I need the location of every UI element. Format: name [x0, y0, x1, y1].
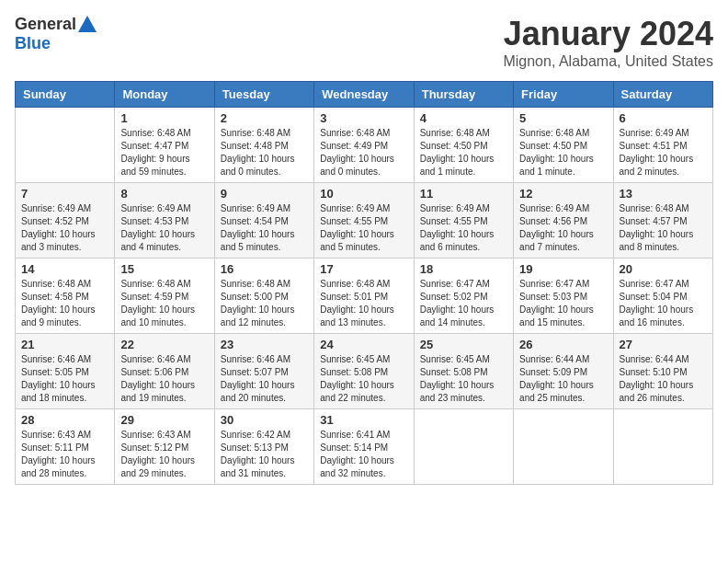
calendar-cell: 19Sunrise: 6:47 AM Sunset: 5:03 PM Dayli…: [514, 259, 613, 334]
calendar-cell: 4Sunrise: 6:48 AM Sunset: 4:50 PM Daylig…: [414, 108, 513, 183]
calendar-cell: 13Sunrise: 6:48 AM Sunset: 4:57 PM Dayli…: [613, 183, 712, 259]
day-number: 13: [620, 187, 707, 201]
logo-triangle-icon: [78, 16, 97, 32]
day-number: 17: [320, 262, 407, 276]
day-info: Sunrise: 6:48 AM Sunset: 5:00 PM Dayligh…: [221, 278, 308, 329]
day-info: Sunrise: 6:46 AM Sunset: 5:05 PM Dayligh…: [21, 353, 108, 405]
day-info: Sunrise: 6:48 AM Sunset: 4:59 PM Dayligh…: [120, 278, 208, 329]
day-info: Sunrise: 6:46 AM Sunset: 5:06 PM Dayligh…: [120, 353, 208, 405]
day-number: 10: [320, 187, 407, 201]
calendar-cell: 17Sunrise: 6:48 AM Sunset: 5:01 PM Dayli…: [314, 259, 414, 334]
calendar-cell: 24Sunrise: 6:45 AM Sunset: 5:08 PM Dayli…: [314, 334, 414, 409]
calendar-table: SundayMondayTuesdayWednesdayThursdayFrid…: [15, 81, 713, 485]
calendar-cell: 28Sunrise: 6:43 AM Sunset: 5:11 PM Dayli…: [16, 409, 115, 485]
day-number: 5: [519, 111, 607, 125]
day-info: Sunrise: 6:48 AM Sunset: 4:50 PM Dayligh…: [519, 127, 607, 178]
calendar-cell: 5Sunrise: 6:48 AM Sunset: 4:50 PM Daylig…: [514, 108, 613, 183]
day-number: 7: [21, 187, 108, 201]
page-header: General Blue January 2024 Mignon, Alabam…: [15, 15, 713, 70]
day-number: 23: [221, 338, 308, 351]
calendar-cell: 23Sunrise: 6:46 AM Sunset: 5:07 PM Dayli…: [214, 334, 313, 409]
day-number: 25: [420, 338, 507, 351]
calendar-cell: 10Sunrise: 6:49 AM Sunset: 4:55 PM Dayli…: [314, 183, 414, 259]
day-info: Sunrise: 6:41 AM Sunset: 5:14 PM Dayligh…: [320, 429, 407, 480]
day-number: 16: [221, 262, 308, 276]
day-info: Sunrise: 6:48 AM Sunset: 5:01 PM Dayligh…: [320, 278, 407, 329]
day-number: 22: [120, 338, 208, 351]
day-info: Sunrise: 6:48 AM Sunset: 4:47 PM Dayligh…: [120, 127, 208, 178]
calendar-cell: 7Sunrise: 6:49 AM Sunset: 4:52 PM Daylig…: [16, 183, 115, 259]
day-number: 9: [221, 187, 308, 201]
day-number: 26: [519, 338, 607, 351]
day-number: 30: [221, 413, 308, 427]
day-number: 27: [620, 338, 707, 351]
calendar-cell: 25Sunrise: 6:45 AM Sunset: 5:08 PM Dayli…: [414, 334, 513, 409]
calendar-cell: 16Sunrise: 6:48 AM Sunset: 5:00 PM Dayli…: [214, 259, 313, 334]
calendar-cell: 20Sunrise: 6:47 AM Sunset: 5:04 PM Dayli…: [613, 259, 712, 334]
calendar-cell: 2Sunrise: 6:48 AM Sunset: 4:48 PM Daylig…: [214, 108, 313, 183]
location-subtitle: Mignon, Alabama, United States: [503, 53, 713, 70]
calendar-day-header: Thursday: [414, 82, 513, 108]
day-info: Sunrise: 6:49 AM Sunset: 4:53 PM Dayligh…: [120, 202, 208, 254]
day-info: Sunrise: 6:44 AM Sunset: 5:09 PM Dayligh…: [519, 353, 607, 405]
day-info: Sunrise: 6:49 AM Sunset: 4:54 PM Dayligh…: [221, 202, 308, 254]
day-info: Sunrise: 6:43 AM Sunset: 5:11 PM Dayligh…: [21, 429, 108, 480]
calendar-cell: [613, 409, 712, 485]
calendar-cell: 11Sunrise: 6:49 AM Sunset: 4:55 PM Dayli…: [414, 183, 513, 259]
day-info: Sunrise: 6:46 AM Sunset: 5:07 PM Dayligh…: [221, 353, 308, 405]
day-info: Sunrise: 6:47 AM Sunset: 5:02 PM Dayligh…: [420, 278, 507, 329]
day-number: 21: [21, 338, 108, 351]
calendar-day-header: Friday: [514, 82, 613, 108]
calendar-cell: [414, 409, 513, 485]
title-section: January 2024 Mignon, Alabama, United Sta…: [503, 15, 713, 70]
day-info: Sunrise: 6:43 AM Sunset: 5:12 PM Dayligh…: [120, 429, 208, 480]
day-info: Sunrise: 6:49 AM Sunset: 4:51 PM Dayligh…: [620, 127, 707, 178]
day-number: 14: [21, 262, 108, 276]
month-title: January 2024: [503, 15, 713, 53]
day-number: 8: [120, 187, 208, 201]
day-info: Sunrise: 6:48 AM Sunset: 4:58 PM Dayligh…: [21, 278, 108, 329]
calendar-cell: 18Sunrise: 6:47 AM Sunset: 5:02 PM Dayli…: [414, 259, 513, 334]
calendar-cell: 8Sunrise: 6:49 AM Sunset: 4:53 PM Daylig…: [115, 183, 214, 259]
calendar-week-row: 28Sunrise: 6:43 AM Sunset: 5:11 PM Dayli…: [16, 409, 713, 485]
day-number: 20: [620, 262, 707, 276]
calendar-cell: 26Sunrise: 6:44 AM Sunset: 5:09 PM Dayli…: [514, 334, 613, 409]
day-info: Sunrise: 6:49 AM Sunset: 4:55 PM Dayligh…: [420, 202, 507, 254]
calendar-cell: 21Sunrise: 6:46 AM Sunset: 5:05 PM Dayli…: [16, 334, 115, 409]
day-number: 1: [120, 111, 208, 125]
day-number: 19: [519, 262, 607, 276]
calendar-cell: 31Sunrise: 6:41 AM Sunset: 5:14 PM Dayli…: [314, 409, 414, 485]
calendar-cell: [514, 409, 613, 485]
day-number: 31: [320, 413, 407, 427]
day-info: Sunrise: 6:48 AM Sunset: 4:57 PM Dayligh…: [620, 202, 707, 254]
calendar-day-header: Tuesday: [214, 82, 313, 108]
day-info: Sunrise: 6:49 AM Sunset: 4:55 PM Dayligh…: [320, 202, 407, 254]
day-number: 6: [620, 111, 707, 125]
day-number: 2: [221, 111, 308, 125]
calendar-cell: 3Sunrise: 6:48 AM Sunset: 4:49 PM Daylig…: [314, 108, 414, 183]
day-info: Sunrise: 6:48 AM Sunset: 4:49 PM Dayligh…: [320, 127, 407, 178]
logo: General Blue: [15, 15, 97, 53]
day-number: 18: [420, 262, 507, 276]
day-number: 4: [420, 111, 507, 125]
calendar-cell: 30Sunrise: 6:42 AM Sunset: 5:13 PM Dayli…: [214, 409, 313, 485]
day-info: Sunrise: 6:49 AM Sunset: 4:56 PM Dayligh…: [519, 202, 607, 254]
day-info: Sunrise: 6:47 AM Sunset: 5:03 PM Dayligh…: [519, 278, 607, 329]
calendar-week-row: 1Sunrise: 6:48 AM Sunset: 4:47 PM Daylig…: [16, 108, 713, 183]
calendar-cell: 12Sunrise: 6:49 AM Sunset: 4:56 PM Dayli…: [514, 183, 613, 259]
day-info: Sunrise: 6:45 AM Sunset: 5:08 PM Dayligh…: [320, 353, 407, 405]
day-number: 3: [320, 111, 407, 125]
day-number: 28: [21, 413, 108, 427]
day-info: Sunrise: 6:44 AM Sunset: 5:10 PM Dayligh…: [620, 353, 707, 405]
calendar-cell: 6Sunrise: 6:49 AM Sunset: 4:51 PM Daylig…: [613, 108, 712, 183]
day-info: Sunrise: 6:47 AM Sunset: 5:04 PM Dayligh…: [620, 278, 707, 329]
calendar-cell: 9Sunrise: 6:49 AM Sunset: 4:54 PM Daylig…: [214, 183, 313, 259]
calendar-day-header: Sunday: [16, 82, 115, 108]
calendar-cell: 29Sunrise: 6:43 AM Sunset: 5:12 PM Dayli…: [115, 409, 214, 485]
day-info: Sunrise: 6:49 AM Sunset: 4:52 PM Dayligh…: [21, 202, 108, 254]
calendar-day-header: Saturday: [613, 82, 712, 108]
calendar-header-row: SundayMondayTuesdayWednesdayThursdayFrid…: [16, 82, 713, 108]
day-info: Sunrise: 6:48 AM Sunset: 4:50 PM Dayligh…: [420, 127, 507, 178]
day-info: Sunrise: 6:42 AM Sunset: 5:13 PM Dayligh…: [221, 429, 308, 480]
calendar-cell: 14Sunrise: 6:48 AM Sunset: 4:58 PM Dayli…: [16, 259, 115, 334]
